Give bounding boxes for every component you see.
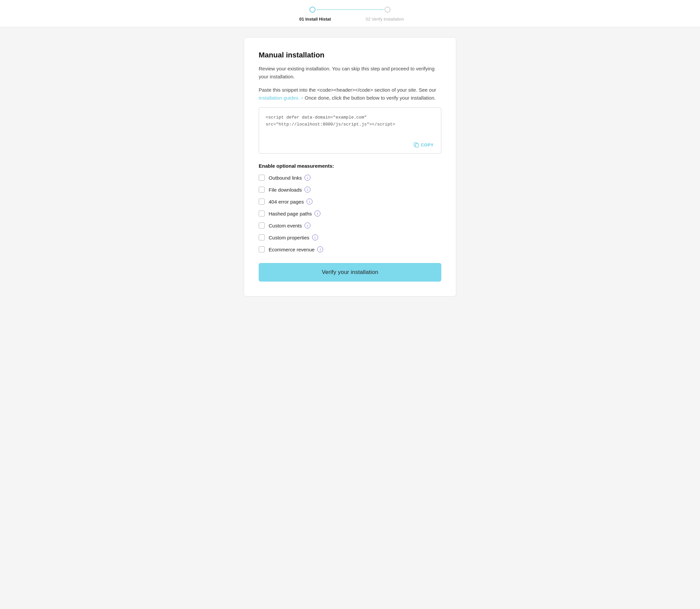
checkbox-file-downloads-label: File downloads i	[269, 187, 311, 193]
checkbox-custom-events-input[interactable]	[259, 223, 265, 228]
ecommerce-revenue-info-icon[interactable]: i	[317, 246, 323, 253]
checkbox-outbound-links-input[interactable]	[259, 175, 265, 181]
desc1: Review your existing installation. You c…	[259, 65, 441, 81]
file-downloads-info-icon[interactable]: i	[304, 187, 311, 193]
checkbox-custom-properties-label: Custom properties i	[269, 234, 318, 240]
outbound-links-info-icon[interactable]: i	[304, 175, 311, 181]
step-line	[317, 9, 383, 10]
step2-circle	[385, 7, 390, 13]
checkbox-404-pages-label: 404 error pages i	[269, 198, 313, 205]
checkbox-custom-properties[interactable]: Custom properties i	[259, 234, 441, 240]
svg-rect-0	[416, 144, 418, 147]
checkbox-file-downloads[interactable]: File downloads i	[259, 187, 441, 193]
stepper-bar: 01 Install Histat 02 Verify installation	[0, 0, 700, 27]
checkbox-hashed-page-paths-input[interactable]	[259, 210, 265, 216]
measurements-title: Enable optional measurements:	[259, 163, 441, 169]
desc2: Paste this snippet into the <code><heade…	[259, 86, 441, 102]
checkbox-custom-events-label: Custom events i	[269, 223, 311, 228]
main-card: Manual installation Review your existing…	[244, 37, 456, 297]
verify-button[interactable]: Verify your installation	[259, 263, 441, 282]
hashed-page-paths-info-icon[interactable]: i	[314, 210, 320, 216]
checkbox-404-pages[interactable]: 404 error pages i	[259, 198, 441, 205]
checkbox-outbound-links[interactable]: Outbound links i	[259, 175, 441, 181]
copy-icon	[414, 142, 419, 147]
code-box: <script defer data-domain="example.com" …	[259, 107, 441, 154]
step1-label: 01 Install Histat	[294, 17, 337, 22]
checkbox-ecommerce-revenue-input[interactable]	[259, 246, 265, 253]
code-snippet: <script defer data-domain="example.com" …	[266, 114, 434, 128]
custom-events-info-icon[interactable]: i	[304, 223, 311, 228]
step1-circle	[310, 7, 315, 13]
step-labels: 01 Install Histat 02 Verify installation	[294, 17, 406, 22]
stepper	[310, 7, 390, 13]
checkbox-ecommerce-revenue-label: Ecommerce revenue i	[269, 246, 323, 253]
checkbox-hashed-page-paths-label: Hashed page paths i	[269, 210, 320, 216]
installation-guides-link[interactable]: installation guides.↗	[259, 95, 303, 101]
step2-label: 02 Verify installation	[363, 17, 406, 22]
page-title: Manual installation	[259, 51, 441, 59]
checkbox-list: Outbound links i File downloads i 404 er…	[259, 175, 441, 253]
checkbox-custom-events[interactable]: Custom events i	[259, 223, 441, 228]
checkbox-ecommerce-revenue[interactable]: Ecommerce revenue i	[259, 246, 441, 253]
custom-properties-info-icon[interactable]: i	[312, 234, 318, 240]
copy-label: COPY	[421, 142, 434, 147]
checkbox-file-downloads-input[interactable]	[259, 187, 265, 193]
checkbox-custom-properties-input[interactable]	[259, 234, 265, 240]
checkbox-404-pages-input[interactable]	[259, 198, 265, 205]
external-link-icon: ↗	[300, 95, 303, 102]
checkbox-hashed-page-paths[interactable]: Hashed page paths i	[259, 210, 441, 216]
404-pages-info-icon[interactable]: i	[307, 198, 313, 205]
copy-button[interactable]: COPY	[412, 141, 436, 149]
checkbox-outbound-links-label: Outbound links i	[269, 175, 311, 181]
